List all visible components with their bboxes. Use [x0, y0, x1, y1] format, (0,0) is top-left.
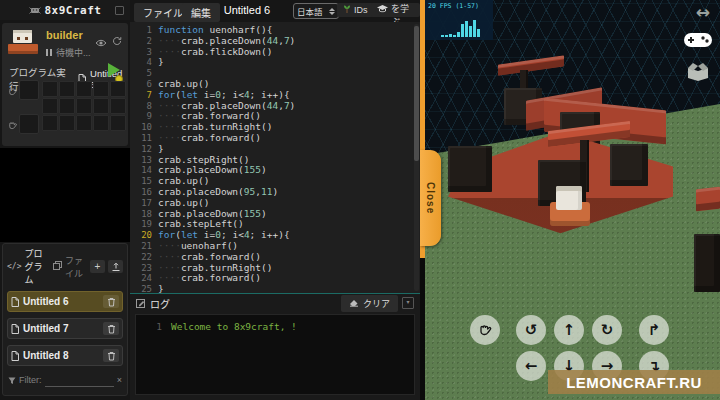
- offhand-slot[interactable]: [19, 114, 39, 134]
- control-left-button[interactable]: ←: [516, 351, 546, 381]
- inventory-slot[interactable]: [93, 98, 109, 114]
- fps-bar: [453, 35, 456, 37]
- sidebar-spacer: [0, 148, 130, 242]
- fps-bar: [449, 34, 452, 37]
- line-number: 15: [130, 176, 158, 187]
- fps-histogram: [441, 20, 480, 37]
- inventory-slot[interactable]: [110, 81, 126, 97]
- line-number: 20: [130, 230, 158, 241]
- tab-files[interactable]: ファイル: [53, 254, 83, 280]
- line-number: 21: [130, 241, 158, 252]
- upload-program-button[interactable]: [108, 260, 123, 273]
- inventory-slot[interactable]: [110, 98, 126, 114]
- line-number: 11: [130, 133, 158, 144]
- refresh-icon[interactable]: [112, 32, 122, 50]
- popout-icon[interactable]: [115, 6, 124, 15]
- eraser-icon: [349, 298, 359, 309]
- close-drawer-tab[interactable]: Close: [420, 150, 441, 246]
- inventory-slot[interactable]: [42, 81, 58, 97]
- inventory-slot[interactable]: [42, 98, 58, 114]
- drawer-edge-lower: [420, 258, 425, 400]
- program-item[interactable]: Untitled 6: [7, 291, 123, 312]
- resize-horizontal-icon[interactable]: ↔: [696, 2, 710, 22]
- game-viewport[interactable]: 20 FPS (1-57) ↔ Close ↺↑↻↱←↓→↴ LEMONCRAF…: [420, 0, 720, 400]
- inventory-slot[interactable]: [93, 115, 109, 131]
- delete-program-button[interactable]: [103, 295, 119, 308]
- code-editor[interactable]: 1function uenoharf(){2····crab.placeDown…: [130, 22, 420, 293]
- select-arrows-icon: [329, 8, 335, 15]
- delete-program-button[interactable]: [103, 322, 119, 335]
- code-line[interactable]: 24····crab.forward(): [130, 273, 420, 284]
- scene-block-cube: [610, 144, 648, 186]
- sidebar-header: 8x9Craft: [0, 0, 130, 20]
- code-line[interactable]: 3····crab.flickDown(): [130, 47, 420, 58]
- line-number: 23: [130, 263, 158, 274]
- editor-toolbar: ファイル 編集 Untitled 6 日本語 IDs APIを学ぶ: [130, 0, 420, 22]
- code-line[interactable]: 11····crab.forward(): [130, 133, 420, 144]
- crab-logo-icon: [29, 1, 41, 19]
- inventory-slot[interactable]: [93, 81, 109, 97]
- line-number: 25: [130, 284, 158, 293]
- language-select[interactable]: 日本語: [293, 3, 339, 19]
- delete-program-button[interactable]: [103, 349, 119, 362]
- add-program-button[interactable]: +: [90, 260, 105, 273]
- app-logo: 8x9Craft: [45, 4, 102, 17]
- log-panel: ログ クリア ▾ 1Welcome to 8x9craft, !: [130, 294, 420, 400]
- inventory-slot[interactable]: [59, 81, 75, 97]
- graduation-cap-icon: [377, 5, 388, 15]
- copy-icon: [53, 261, 62, 272]
- filter-label: Filter:: [19, 375, 42, 385]
- hand-icon: [7, 83, 19, 95]
- control-rotate-right-button[interactable]: ↻: [592, 315, 622, 345]
- line-number: 14: [130, 165, 158, 176]
- log-collapse-icon[interactable]: ▾: [402, 297, 414, 309]
- inventory-slot[interactable]: [59, 115, 75, 131]
- line-number: 7: [130, 90, 158, 101]
- control-forward-button[interactable]: ↑: [554, 315, 584, 345]
- program-item-label: Untitled 8: [23, 350, 99, 361]
- entity-name: builder: [46, 29, 83, 41]
- gamepad-icon[interactable]: [683, 30, 713, 54]
- line-number: 4: [130, 57, 158, 68]
- scene-block-slab: [696, 187, 720, 212]
- inventory-slot[interactable]: [42, 115, 58, 131]
- sapling-icon: [343, 4, 351, 16]
- inventory-slot[interactable]: [59, 98, 75, 114]
- fps-bar: [445, 35, 448, 37]
- inventory-slot[interactable]: [76, 98, 92, 114]
- scene-block-head: [556, 186, 582, 210]
- scene-block-cube: [694, 234, 720, 292]
- inventory-slot[interactable]: [76, 115, 92, 131]
- learn-api-button[interactable]: APIを学ぶ: [371, 3, 420, 17]
- code-icon: </>: [7, 262, 21, 271]
- filter-clear-icon[interactable]: ×: [117, 375, 122, 385]
- inventory-slot[interactable]: [110, 115, 126, 131]
- fps-bar: [457, 32, 460, 37]
- control-hand-button[interactable]: [470, 315, 500, 345]
- code-line[interactable]: 4}: [130, 57, 420, 68]
- log-line: 1Welcome to 8x9craft, !: [136, 315, 414, 333]
- line-number: 13: [130, 155, 158, 166]
- entity-status: 待機中...: [56, 46, 91, 59]
- program-item[interactable]: Untitled 8: [7, 345, 123, 366]
- program-item[interactable]: Untitled 7: [7, 318, 123, 339]
- line-number: 16: [130, 187, 158, 198]
- hand-slot[interactable]: [19, 80, 39, 100]
- document-icon: [11, 347, 19, 365]
- box-icon[interactable]: [685, 60, 711, 86]
- inventory-slot[interactable]: [76, 81, 92, 97]
- log-output: 1Welcome to 8x9craft, !: [135, 314, 415, 395]
- eye-icon[interactable]: [95, 33, 107, 51]
- ids-button[interactable]: IDs: [337, 3, 374, 17]
- control-step-up-button[interactable]: ↱: [639, 315, 669, 345]
- filter-icon: [8, 371, 16, 389]
- inventory-grid: [42, 81, 126, 131]
- editor-scrollbar[interactable]: [414, 24, 419, 291]
- tab-programs[interactable]: </> プログラム: [7, 247, 46, 286]
- clear-log-button[interactable]: クリア: [341, 295, 398, 312]
- code-line[interactable]: 25}: [130, 284, 420, 293]
- scrollbar-thumb[interactable]: [414, 26, 419, 161]
- program-item-label: Untitled 7: [23, 323, 99, 334]
- control-rotate-left-button[interactable]: ↺: [516, 315, 546, 345]
- filter-input[interactable]: [45, 374, 114, 387]
